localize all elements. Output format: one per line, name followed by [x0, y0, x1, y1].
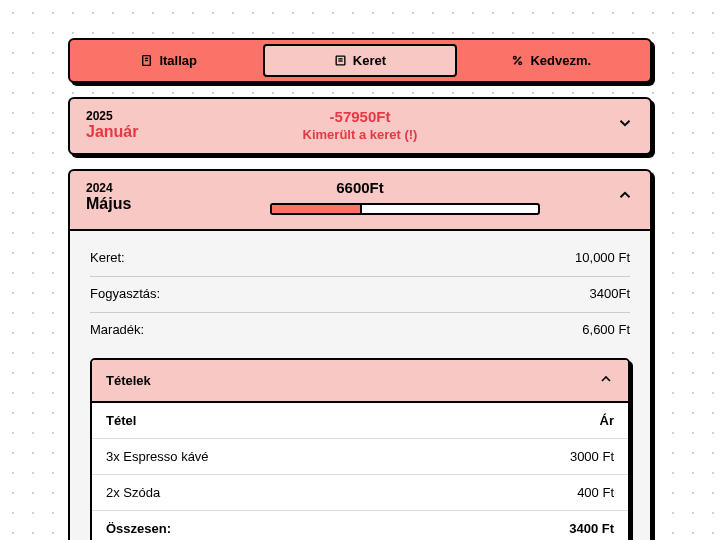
item-price: 400 Ft — [577, 485, 614, 500]
file-icon — [140, 54, 153, 67]
items-row: 3x Espresso kávé 3000 Ft — [92, 439, 628, 475]
svg-line-6 — [515, 57, 522, 65]
period-month: Január — [86, 123, 166, 141]
period-year: 2024 — [86, 181, 166, 195]
item-price: 3000 Ft — [570, 449, 614, 464]
tab-budget[interactable]: Keret — [263, 44, 456, 77]
svg-point-7 — [514, 56, 517, 59]
items-row: 2x Szóda 400 Ft — [92, 475, 628, 511]
stat-value-consumed: 3400Ft — [590, 286, 630, 301]
stat-label-budget: Keret: — [90, 250, 125, 265]
stat-label-remaining: Maradék: — [90, 322, 144, 337]
tab-discount[interactable]: Kedvezm. — [457, 44, 646, 77]
budget-progress — [270, 203, 540, 215]
chevron-down-icon — [616, 114, 634, 132]
budget-progress-fill — [272, 205, 362, 213]
items-collapse-button[interactable] — [598, 371, 614, 390]
items-panel: Tételek Tétel Ár 3x Espresso kávé 3000 F… — [90, 358, 630, 540]
list-icon — [334, 54, 347, 67]
item-name: 2x Szóda — [106, 485, 160, 500]
tab-menu-label: Itallap — [159, 53, 197, 68]
budget-warning: Kimerült a keret (!) — [303, 127, 418, 142]
percent-icon — [511, 54, 524, 67]
view-tabs: Itallap Keret Kedvezm. — [68, 38, 652, 83]
period-year: 2025 — [86, 109, 166, 123]
period-month: Május — [86, 195, 166, 213]
tab-discount-label: Kedvezm. — [530, 53, 591, 68]
items-total-value: 3400 Ft — [569, 521, 614, 536]
period-amount: -57950Ft — [330, 108, 391, 125]
collapse-button[interactable] — [616, 186, 634, 208]
chevron-up-icon — [616, 186, 634, 204]
tab-menu[interactable]: Itallap — [74, 44, 263, 77]
period-card-may: 2024 Május 6600Ft Keret: 10,000 Ft Fogya… — [68, 169, 652, 540]
stat-label-consumed: Fogyasztás: — [90, 286, 160, 301]
stat-value-remaining: 6,600 Ft — [582, 322, 630, 337]
svg-point-8 — [519, 62, 522, 65]
period-amount: 6600Ft — [336, 179, 384, 196]
period-card-jan: 2025 Január -57950Ft Kimerült a keret (!… — [68, 97, 652, 155]
col-price: Ár — [600, 413, 614, 428]
stat-value-budget: 10,000 Ft — [575, 250, 630, 265]
item-name: 3x Espresso kávé — [106, 449, 209, 464]
expand-button[interactable] — [616, 114, 634, 136]
items-title: Tételek — [106, 373, 151, 388]
items-total-label: Összesen: — [106, 521, 171, 536]
chevron-up-icon — [598, 371, 614, 387]
col-item: Tétel — [106, 413, 136, 428]
tab-budget-label: Keret — [353, 53, 386, 68]
